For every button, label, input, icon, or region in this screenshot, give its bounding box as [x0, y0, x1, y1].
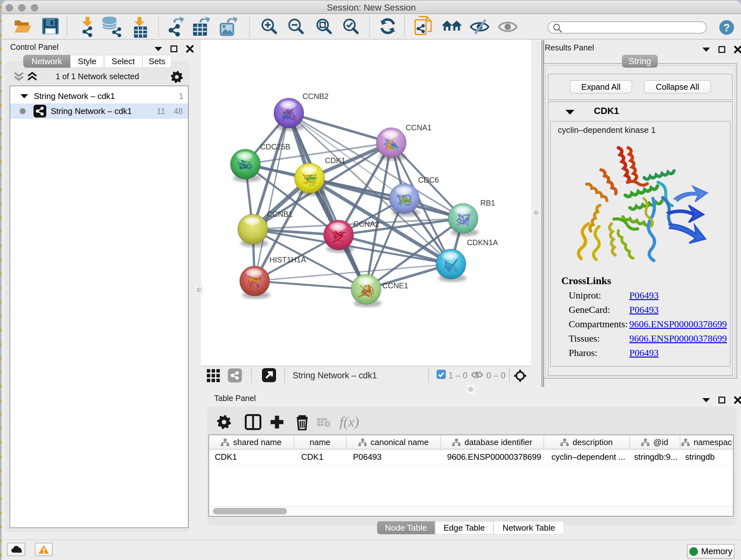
svg-text:CCNE1: CCNE1	[382, 281, 408, 290]
svg-text:f(x): f(x)	[340, 414, 359, 430]
svg-text:CDK1: CDK1	[325, 156, 345, 165]
svg-text:CDKN1A: CDKN1A	[467, 238, 498, 247]
svg-text:CDC25B: CDC25B	[260, 142, 290, 151]
svg-text:CCNA1: CCNA1	[406, 123, 431, 132]
svg-text:HIST1H1A: HIST1H1A	[269, 255, 306, 264]
svg-text:CCNA2: CCNA2	[353, 220, 379, 228]
svg-text:CDC6: CDC6	[418, 176, 439, 184]
svg-text:CCNB1: CCNB1	[267, 210, 293, 219]
svg-text:CCNB2: CCNB2	[302, 92, 328, 101]
svg-text:RB1: RB1	[480, 199, 495, 207]
